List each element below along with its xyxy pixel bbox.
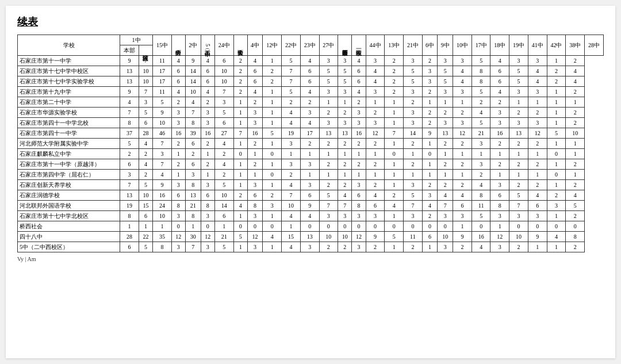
value-cell: 13 — [319, 128, 338, 139]
value-cell: 5 — [319, 66, 338, 76]
value-cell: 1 — [338, 97, 352, 108]
value-cell: 5 — [509, 76, 528, 87]
value-cell: 16 — [352, 128, 366, 139]
col-19zhong: 19中 — [509, 35, 528, 56]
school-cell: 石家庄市第四十一中学 — [18, 128, 120, 139]
table-row: 石家庄润德学校13101661361026276546425344865424 — [18, 190, 604, 201]
value-cell: 3 — [404, 180, 423, 190]
value-cell: 4 — [471, 242, 490, 252]
value-cell: 3 — [366, 118, 385, 128]
value-cell: 6 — [300, 66, 319, 76]
value-cell: 9 — [366, 232, 385, 242]
value-cell: 13 — [438, 128, 453, 139]
col-38zhong: 38中 — [566, 35, 585, 56]
value-cell: 1 — [438, 149, 453, 159]
value-cell: 2 — [282, 170, 301, 180]
value-cell: 7 — [282, 66, 301, 76]
value-cell: 11 — [153, 87, 172, 97]
value-cell: 1 — [263, 56, 282, 66]
value-cell: 5 — [438, 76, 453, 87]
value-cell: 6 — [300, 76, 319, 87]
value-cell: 5 — [282, 87, 301, 97]
value-cell: 4 — [214, 159, 233, 170]
value-cell: 10 — [139, 190, 152, 201]
value-cell: 1 — [263, 97, 282, 108]
school-cell: 石家庄润德学校 — [18, 190, 120, 201]
value-cell: 1 — [153, 221, 172, 232]
value-cell: 1 — [120, 221, 139, 232]
value-cell: 5 — [139, 180, 152, 190]
value-cell: 2 — [338, 139, 352, 149]
value-cell: 1 — [247, 149, 263, 159]
school-cell: 石家庄市华源实验学校 — [18, 108, 120, 118]
value-cell: 3 — [453, 56, 472, 66]
value-cell: 2 — [385, 66, 404, 76]
school-cell: 石家庄市第四中学（屈右仁） — [18, 170, 120, 180]
value-cell: 6 — [300, 190, 319, 201]
value-cell: 2 — [490, 159, 509, 170]
value-cell: 4 — [528, 66, 547, 76]
value-cell: 7 — [385, 128, 404, 139]
value-cell: 2 — [233, 66, 247, 76]
value-cell: 6 — [120, 242, 139, 252]
value-cell: 3 — [201, 211, 214, 221]
value-cell: 6 — [490, 76, 509, 87]
school-cell: 石家庄市第十一中学 — [18, 56, 120, 66]
value-cell: 0 — [422, 221, 438, 232]
value-cell: 21 — [471, 128, 490, 139]
value-cell: 8 — [185, 211, 201, 221]
school-cell: 石家庄市第四十一中学北校 — [18, 118, 120, 128]
value-cell: 1 — [185, 221, 201, 232]
value-cell: 4 — [422, 201, 438, 211]
value-cell: 6 — [422, 232, 438, 242]
value-cell: 2 — [404, 159, 423, 170]
col-5zhong-erzhongxi: 5中（二中西） — [201, 35, 214, 56]
value-cell: 8 — [185, 118, 201, 128]
value-cell: 4 — [263, 232, 282, 242]
value-cell: 12 — [171, 232, 185, 242]
table-row: 石家庄市第四十一中学北校8610383613144333313233533312 — [18, 118, 604, 128]
value-cell: 3 — [282, 139, 301, 149]
value-cell: 30 — [185, 232, 201, 242]
value-cell: 4 — [490, 56, 509, 66]
value-cell: 3 — [547, 201, 566, 211]
value-cell: 4 — [385, 201, 404, 211]
value-cell: 1 — [385, 108, 404, 118]
value-cell: 11 — [471, 201, 490, 211]
value-cell: 4 — [282, 108, 301, 118]
table-row: 石家庄创新天养学校759383513143223213222432212 — [18, 180, 604, 190]
value-cell: 2 — [319, 159, 338, 170]
value-cell: 6 — [214, 118, 233, 128]
value-cell: 0 — [566, 221, 585, 232]
main-table: 学校 1中 15中 师大附中 2中 5中（二中西） 24中 师大实验 4中 12… — [17, 35, 604, 252]
value-cell: 28 — [120, 232, 139, 242]
value-cell: 4 — [300, 87, 319, 97]
value-cell: 2 — [352, 97, 366, 108]
value-cell: 3 — [490, 242, 509, 252]
value-cell: 3 — [528, 118, 547, 128]
value-cell: 1 — [566, 139, 585, 149]
value-cell: 3 — [509, 118, 528, 128]
value-cell: 3 — [471, 159, 490, 170]
value-cell: 3 — [338, 211, 352, 221]
col-shida-shiyan: 师大实验 — [233, 35, 247, 56]
school-cell: 石家庄市第十一中学（原越洋） — [18, 159, 120, 170]
value-cell: 3 — [422, 76, 438, 87]
value-cell: 2 — [247, 97, 263, 108]
value-cell: 1 — [404, 170, 423, 180]
value-cell: 8 — [171, 201, 185, 211]
value-cell: 3 — [247, 242, 263, 252]
value-cell: 5 — [547, 128, 566, 139]
value-cell: 2 — [453, 159, 472, 170]
value-cell: 2 — [453, 139, 472, 149]
value-cell: 3 — [422, 66, 438, 76]
value-cell: 10 — [282, 201, 301, 211]
value-cell: 2 — [422, 108, 438, 118]
value-cell: 1 — [233, 139, 247, 149]
value-cell: 6 — [352, 190, 366, 201]
col-17zhong: 17中 — [471, 35, 490, 56]
value-cell: 3 — [490, 118, 509, 128]
value-cell: 4 — [247, 87, 263, 97]
value-cell: 1 — [233, 97, 247, 108]
col-27zhong: 27中 — [319, 35, 338, 56]
